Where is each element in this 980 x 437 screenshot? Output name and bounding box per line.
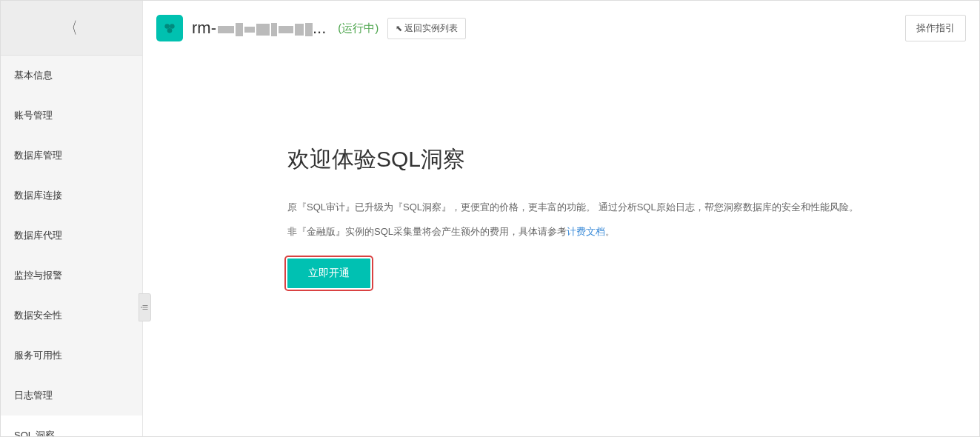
description-line-2: 非『金融版』实例的SQL采集量将会产生额外的费用，具体请参考计费文档。	[287, 223, 979, 240]
content-area: 欢迎体验SQL洞察 原『SQL审计』已升级为『SQL洞察』，更便宜的价格，更丰富…	[143, 56, 979, 436]
sidebar-item-1[interactable]: 账号管理	[1, 96, 142, 136]
instance-suffix: ...	[313, 19, 326, 37]
instance-prefix: rm-	[192, 19, 216, 37]
sidebar-item-8[interactable]: 日志管理	[1, 376, 142, 416]
desc2-post: 。	[605, 226, 615, 237]
sidebar-back-header[interactable]: 〈	[1, 1, 142, 56]
desc2-pre: 非『金融版』实例的SQL采集量将会产生额外的费用，具体请参考	[287, 226, 567, 237]
main-area: rm-... (运行中) ⬉ 返回实例列表 操作指引 欢迎体验SQL洞察 原『S…	[143, 1, 979, 436]
back-arrow-icon: 〈	[66, 17, 77, 39]
collapse-icon	[141, 303, 150, 312]
sidebar-collapse-toggle[interactable]	[139, 293, 151, 321]
billing-doc-link[interactable]: 计费文档	[567, 226, 605, 237]
instance-icon	[156, 15, 183, 41]
sidebar-item-9[interactable]: SQL 洞察	[1, 416, 142, 436]
sidebar-item-4[interactable]: 数据库代理	[1, 216, 142, 256]
sidebar-item-3[interactable]: 数据库连接	[1, 176, 142, 216]
operation-guide-button[interactable]: 操作指引	[905, 15, 966, 41]
instance-id-obscured	[218, 23, 313, 36]
svg-point-5	[167, 28, 173, 33]
sidebar-item-5[interactable]: 监控与报警	[1, 256, 142, 296]
sidebar-item-6[interactable]: 数据安全性	[1, 296, 142, 336]
back-to-instances-button[interactable]: ⬉ 返回实例列表	[387, 18, 466, 39]
description-line-1: 原『SQL审计』已升级为『SQL洞察』，更便宜的价格，更丰富的功能。 通过分析S…	[287, 199, 979, 216]
instance-name: rm-...	[192, 19, 326, 38]
activate-now-button[interactable]: 立即开通	[287, 258, 370, 288]
svg-point-3	[164, 24, 170, 29]
sidebar: 〈 基本信息账号管理数据库管理数据库连接数据库代理监控与报警数据安全性服务可用性…	[1, 1, 143, 436]
instance-status: (运行中)	[338, 21, 379, 36]
back-to-instances-label: 返回实例列表	[404, 22, 458, 35]
svg-point-4	[170, 24, 175, 29]
return-arrow-icon: ⬉	[396, 24, 402, 33]
page-header: rm-... (运行中) ⬉ 返回实例列表 操作指引	[143, 1, 979, 56]
sidebar-item-0[interactable]: 基本信息	[1, 56, 142, 96]
sidebar-item-7[interactable]: 服务可用性	[1, 336, 142, 376]
welcome-title: 欢迎体验SQL洞察	[287, 144, 979, 175]
sidebar-nav: 基本信息账号管理数据库管理数据库连接数据库代理监控与报警数据安全性服务可用性日志…	[1, 56, 142, 436]
sidebar-item-2[interactable]: 数据库管理	[1, 136, 142, 176]
